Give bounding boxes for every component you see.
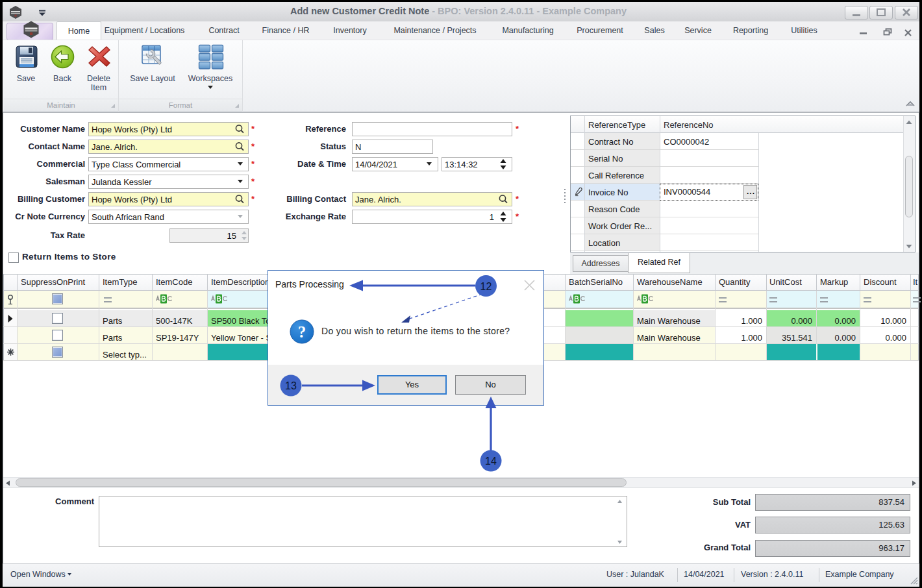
svg-text:?: ? [298,323,306,341]
